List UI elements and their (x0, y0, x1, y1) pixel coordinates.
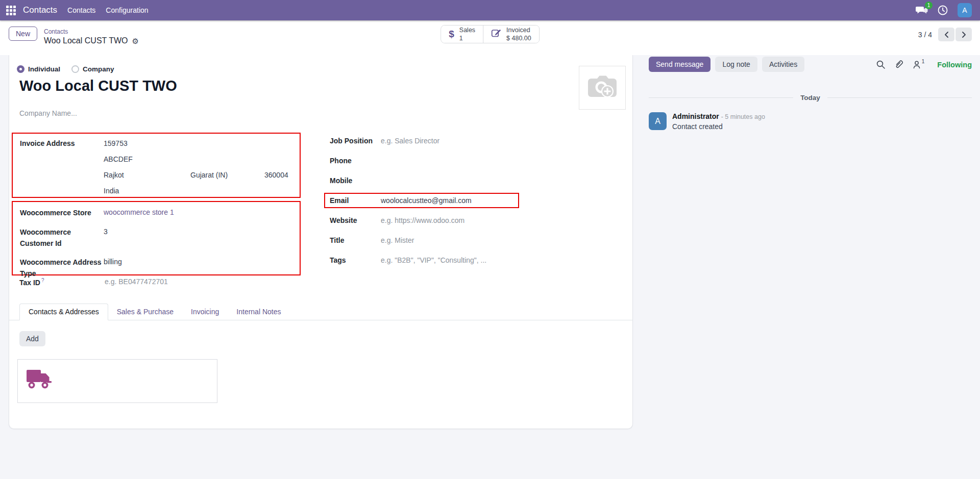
woocommerce-customer-id-field[interactable]: 3 (104, 226, 108, 249)
woocommerce-customer-id-label: Woocommerce Customer Id (20, 226, 104, 249)
company-name-field[interactable]: Company Name... (19, 109, 77, 117)
tab-internal-notes[interactable]: Internal Notes (228, 304, 289, 320)
phone-label: Phone (330, 157, 381, 165)
following-button[interactable]: Following (937, 61, 972, 69)
attachments-icon[interactable] (894, 60, 903, 69)
job-position-row: Job Position e.g. Sales Director (330, 135, 530, 155)
tags-label: Tags (330, 256, 381, 264)
new-button[interactable]: New (9, 27, 37, 41)
user-avatar[interactable]: A (958, 3, 972, 17)
tab-contacts-addresses[interactable]: Contacts & Addresses (19, 304, 108, 320)
search-messages-icon[interactable] (876, 60, 886, 69)
title-label: Title (330, 236, 381, 244)
camera-plus-icon (586, 74, 619, 102)
breadcrumb-current: Woo Local CUST TWO (44, 36, 128, 45)
message-timestamp: - 5 minutes ago (721, 113, 765, 120)
website-row: Website e.g. https://www.odoo.com (330, 214, 530, 234)
website-label: Website (330, 216, 381, 224)
activities-button[interactable]: Activities (762, 57, 804, 72)
woocommerce-address-type-field[interactable]: billing (104, 257, 122, 279)
email-field[interactable]: woolocalcustteo@gmail.com (381, 196, 472, 205)
messages-badge: 1 (925, 2, 933, 9)
invoice-address-label: Invoice Address (20, 139, 104, 148)
country-field[interactable]: India (104, 186, 119, 196)
chatter-message: A Administrator - 5 minutes ago Contact … (649, 112, 765, 131)
message-body: Contact created (672, 122, 765, 131)
website-field[interactable]: e.g. https://www.odoo.com (381, 216, 464, 224)
tab-sales-purchase[interactable]: Sales & Purchase (108, 304, 182, 320)
tax-id-row: Tax ID? e.g. BE0477472701 (19, 278, 168, 287)
invoice-address-annotation: Invoice Address 159753 ABCDEF Rajkot Guj… (12, 133, 301, 198)
tab-invoicing[interactable]: Invoicing (182, 304, 228, 320)
pager-next-button[interactable] (955, 28, 972, 41)
smart-button-group: $ Sales 1 Invoiced $ 480.00 (440, 25, 540, 43)
company-type-selector: Individual Company (17, 65, 114, 73)
woocommerce-store-label: Woocommerce Store (20, 207, 104, 218)
email-label: Email (330, 196, 381, 205)
send-message-button[interactable]: Send message (649, 57, 710, 72)
woocommerce-store-field[interactable]: woocommerce store 1 (104, 207, 174, 218)
add-address-button[interactable]: Add (19, 331, 45, 346)
truck-icon (26, 367, 53, 391)
woocommerce-address-type-label: Woocommerce Address Type (20, 257, 104, 279)
pager: 3 / 4 (918, 28, 972, 41)
sales-smart-button[interactable]: $ Sales 1 (441, 26, 483, 43)
invoiced-smart-button[interactable]: Invoiced $ 480.00 (483, 26, 539, 43)
breadcrumb-parent[interactable]: Contacts (44, 29, 68, 36)
menu-contacts[interactable]: Contacts (67, 6, 95, 14)
control-panel: New Contacts Woo Local CUST TWO ⚙ $ Sale… (0, 20, 980, 55)
odoo-contacts-screen: Contacts Contacts Configuration 1 A (0, 0, 980, 479)
contact-name-field[interactable]: Woo Local CUST TWO (19, 78, 177, 94)
tax-id-label: Tax ID (19, 279, 40, 287)
content-area: Individual Company Woo Local CUST TWO Co… (0, 55, 980, 479)
street2-field[interactable]: ABCDEF (104, 155, 133, 164)
contact-image-upload[interactable] (579, 66, 626, 110)
chatter-tools: 1 Following (876, 60, 972, 69)
contact-detail-fields: Job Position e.g. Sales Director Phone M… (330, 135, 530, 274)
date-divider: Today (649, 94, 972, 102)
title-field[interactable]: e.g. Mister (381, 236, 414, 244)
message-avatar: A (649, 112, 667, 130)
zip-field[interactable]: 360004 (264, 170, 288, 180)
mobile-row: Mobile (330, 174, 530, 194)
log-note-button[interactable]: Log note (715, 57, 757, 72)
top-navbar: Contacts Contacts Configuration 1 A (0, 0, 980, 20)
delivery-address-card[interactable] (17, 359, 217, 403)
date-divider-label: Today (800, 94, 820, 102)
invoiced-label: Invoiced (506, 26, 531, 34)
radio-individual-label[interactable]: Individual (28, 65, 60, 73)
tax-id-help-icon: ? (41, 278, 44, 283)
contact-form-card: Individual Company Woo Local CUST TWO Co… (9, 55, 633, 429)
state-field[interactable]: Gujarat (IN) (190, 170, 264, 180)
gear-icon[interactable]: ⚙ (132, 37, 139, 45)
invoiced-amount: $ 480.00 (506, 34, 531, 42)
followers-icon[interactable]: 1 (912, 60, 925, 69)
email-row: Email woolocalcustteo@gmail.com (330, 194, 530, 214)
apps-grid-icon[interactable] (6, 6, 16, 15)
pager-previous-button[interactable] (938, 28, 954, 41)
radio-company[interactable]: Company (71, 65, 114, 73)
street-field[interactable]: 159753 (104, 139, 128, 148)
followers-count: 1 (922, 59, 925, 64)
radio-company-icon[interactable] (71, 65, 79, 73)
activity-clock-icon[interactable] (937, 5, 948, 16)
app-name[interactable]: Contacts (23, 5, 57, 15)
tax-id-field[interactable]: e.g. BE0477472701 (105, 278, 168, 287)
job-position-field[interactable]: e.g. Sales Director (381, 137, 439, 145)
radio-company-label[interactable]: Company (83, 65, 114, 73)
radio-individual[interactable]: Individual (17, 65, 60, 73)
messages-icon[interactable]: 1 (916, 5, 928, 15)
menu-configuration[interactable]: Configuration (106, 6, 148, 14)
mobile-label: Mobile (330, 177, 381, 185)
pager-counter[interactable]: 3 / 4 (918, 31, 932, 39)
city-field[interactable]: Rajkot (104, 170, 190, 180)
radio-individual-icon[interactable] (17, 65, 24, 73)
tags-field[interactable]: e.g. "B2B", "VIP", "Consulting", ... (381, 256, 486, 264)
message-author[interactable]: Administrator (672, 112, 719, 120)
tags-row: Tags e.g. "B2B", "VIP", "Consulting", ..… (330, 254, 530, 274)
dollar-icon: $ (449, 29, 454, 40)
edit-icon (491, 28, 501, 41)
woocommerce-annotation: Woocommerce Store woocommerce store 1 Wo… (12, 201, 301, 275)
phone-row: Phone (330, 155, 530, 174)
chatter-actions: Send message Log note Activities (649, 57, 804, 72)
